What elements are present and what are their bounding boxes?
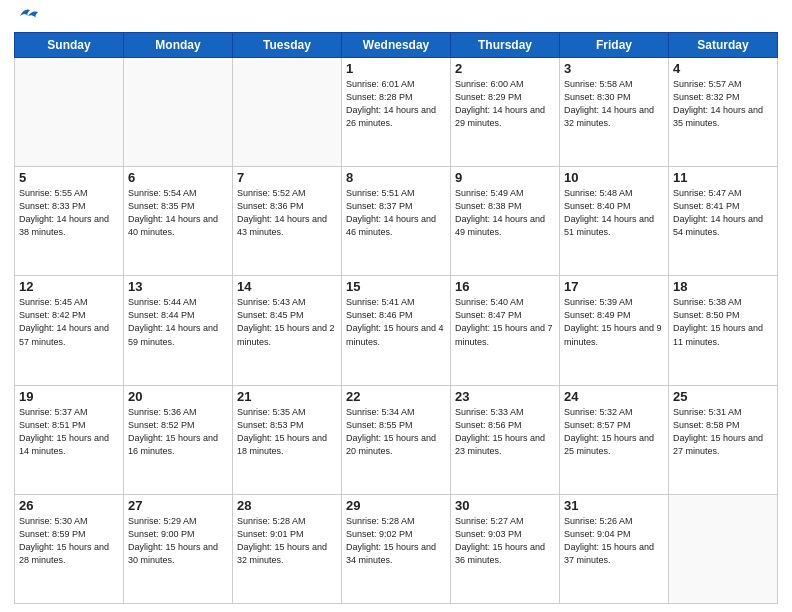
calendar-day-cell bbox=[669, 494, 778, 603]
calendar-week-row: 5Sunrise: 5:55 AM Sunset: 8:33 PM Daylig… bbox=[15, 167, 778, 276]
calendar-day-cell: 5Sunrise: 5:55 AM Sunset: 8:33 PM Daylig… bbox=[15, 167, 124, 276]
day-info: Sunrise: 5:40 AM Sunset: 8:47 PM Dayligh… bbox=[455, 296, 555, 348]
day-number: 29 bbox=[346, 498, 446, 513]
day-number: 4 bbox=[673, 61, 773, 76]
day-number: 19 bbox=[19, 389, 119, 404]
day-number: 12 bbox=[19, 279, 119, 294]
calendar-day-cell: 18Sunrise: 5:38 AM Sunset: 8:50 PM Dayli… bbox=[669, 276, 778, 385]
day-info: Sunrise: 5:28 AM Sunset: 9:02 PM Dayligh… bbox=[346, 515, 446, 567]
day-info: Sunrise: 5:57 AM Sunset: 8:32 PM Dayligh… bbox=[673, 78, 773, 130]
calendar-day-cell bbox=[233, 58, 342, 167]
day-number: 20 bbox=[128, 389, 228, 404]
day-info: Sunrise: 5:32 AM Sunset: 8:57 PM Dayligh… bbox=[564, 406, 664, 458]
day-info: Sunrise: 5:43 AM Sunset: 8:45 PM Dayligh… bbox=[237, 296, 337, 348]
calendar-week-row: 19Sunrise: 5:37 AM Sunset: 8:51 PM Dayli… bbox=[15, 385, 778, 494]
day-info: Sunrise: 5:41 AM Sunset: 8:46 PM Dayligh… bbox=[346, 296, 446, 348]
calendar-day-cell: 11Sunrise: 5:47 AM Sunset: 8:41 PM Dayli… bbox=[669, 167, 778, 276]
calendar-day-cell: 17Sunrise: 5:39 AM Sunset: 8:49 PM Dayli… bbox=[560, 276, 669, 385]
day-number: 13 bbox=[128, 279, 228, 294]
day-info: Sunrise: 5:38 AM Sunset: 8:50 PM Dayligh… bbox=[673, 296, 773, 348]
weekday-header: Sunday bbox=[15, 33, 124, 58]
day-number: 26 bbox=[19, 498, 119, 513]
day-info: Sunrise: 5:26 AM Sunset: 9:04 PM Dayligh… bbox=[564, 515, 664, 567]
logo-bird-icon bbox=[16, 6, 38, 24]
day-info: Sunrise: 5:39 AM Sunset: 8:49 PM Dayligh… bbox=[564, 296, 664, 348]
day-number: 8 bbox=[346, 170, 446, 185]
day-info: Sunrise: 5:37 AM Sunset: 8:51 PM Dayligh… bbox=[19, 406, 119, 458]
calendar-day-cell: 4Sunrise: 5:57 AM Sunset: 8:32 PM Daylig… bbox=[669, 58, 778, 167]
calendar-day-cell: 19Sunrise: 5:37 AM Sunset: 8:51 PM Dayli… bbox=[15, 385, 124, 494]
calendar-week-row: 26Sunrise: 5:30 AM Sunset: 8:59 PM Dayli… bbox=[15, 494, 778, 603]
day-number: 17 bbox=[564, 279, 664, 294]
weekday-header: Saturday bbox=[669, 33, 778, 58]
day-info: Sunrise: 6:00 AM Sunset: 8:29 PM Dayligh… bbox=[455, 78, 555, 130]
weekday-header: Tuesday bbox=[233, 33, 342, 58]
day-info: Sunrise: 5:34 AM Sunset: 8:55 PM Dayligh… bbox=[346, 406, 446, 458]
calendar-day-cell: 12Sunrise: 5:45 AM Sunset: 8:42 PM Dayli… bbox=[15, 276, 124, 385]
day-info: Sunrise: 5:28 AM Sunset: 9:01 PM Dayligh… bbox=[237, 515, 337, 567]
weekday-header: Friday bbox=[560, 33, 669, 58]
day-info: Sunrise: 5:48 AM Sunset: 8:40 PM Dayligh… bbox=[564, 187, 664, 239]
day-number: 2 bbox=[455, 61, 555, 76]
day-number: 11 bbox=[673, 170, 773, 185]
day-number: 23 bbox=[455, 389, 555, 404]
calendar-day-cell: 15Sunrise: 5:41 AM Sunset: 8:46 PM Dayli… bbox=[342, 276, 451, 385]
day-number: 7 bbox=[237, 170, 337, 185]
weekday-header: Wednesday bbox=[342, 33, 451, 58]
day-number: 25 bbox=[673, 389, 773, 404]
day-number: 15 bbox=[346, 279, 446, 294]
day-info: Sunrise: 5:52 AM Sunset: 8:36 PM Dayligh… bbox=[237, 187, 337, 239]
day-number: 31 bbox=[564, 498, 664, 513]
day-number: 5 bbox=[19, 170, 119, 185]
day-number: 30 bbox=[455, 498, 555, 513]
day-info: Sunrise: 5:30 AM Sunset: 8:59 PM Dayligh… bbox=[19, 515, 119, 567]
calendar-day-cell: 1Sunrise: 6:01 AM Sunset: 8:28 PM Daylig… bbox=[342, 58, 451, 167]
calendar-day-cell: 9Sunrise: 5:49 AM Sunset: 8:38 PM Daylig… bbox=[451, 167, 560, 276]
calendar-day-cell: 23Sunrise: 5:33 AM Sunset: 8:56 PM Dayli… bbox=[451, 385, 560, 494]
day-info: Sunrise: 5:45 AM Sunset: 8:42 PM Dayligh… bbox=[19, 296, 119, 348]
day-number: 24 bbox=[564, 389, 664, 404]
calendar-day-cell: 10Sunrise: 5:48 AM Sunset: 8:40 PM Dayli… bbox=[560, 167, 669, 276]
weekday-header: Thursday bbox=[451, 33, 560, 58]
weekday-header: Monday bbox=[124, 33, 233, 58]
calendar-day-cell: 20Sunrise: 5:36 AM Sunset: 8:52 PM Dayli… bbox=[124, 385, 233, 494]
calendar-day-cell: 3Sunrise: 5:58 AM Sunset: 8:30 PM Daylig… bbox=[560, 58, 669, 167]
calendar-day-cell: 27Sunrise: 5:29 AM Sunset: 9:00 PM Dayli… bbox=[124, 494, 233, 603]
day-number: 14 bbox=[237, 279, 337, 294]
day-info: Sunrise: 5:54 AM Sunset: 8:35 PM Dayligh… bbox=[128, 187, 228, 239]
day-info: Sunrise: 5:51 AM Sunset: 8:37 PM Dayligh… bbox=[346, 187, 446, 239]
day-number: 18 bbox=[673, 279, 773, 294]
calendar-day-cell: 7Sunrise: 5:52 AM Sunset: 8:36 PM Daylig… bbox=[233, 167, 342, 276]
calendar-day-cell: 14Sunrise: 5:43 AM Sunset: 8:45 PM Dayli… bbox=[233, 276, 342, 385]
calendar-day-cell bbox=[124, 58, 233, 167]
day-number: 28 bbox=[237, 498, 337, 513]
day-number: 27 bbox=[128, 498, 228, 513]
day-info: Sunrise: 5:27 AM Sunset: 9:03 PM Dayligh… bbox=[455, 515, 555, 567]
day-info: Sunrise: 5:55 AM Sunset: 8:33 PM Dayligh… bbox=[19, 187, 119, 239]
logo bbox=[14, 10, 38, 24]
calendar-day-cell: 21Sunrise: 5:35 AM Sunset: 8:53 PM Dayli… bbox=[233, 385, 342, 494]
calendar-day-cell: 31Sunrise: 5:26 AM Sunset: 9:04 PM Dayli… bbox=[560, 494, 669, 603]
calendar-day-cell: 13Sunrise: 5:44 AM Sunset: 8:44 PM Dayli… bbox=[124, 276, 233, 385]
day-number: 9 bbox=[455, 170, 555, 185]
day-info: Sunrise: 5:35 AM Sunset: 8:53 PM Dayligh… bbox=[237, 406, 337, 458]
weekday-header-row: SundayMondayTuesdayWednesdayThursdayFrid… bbox=[15, 33, 778, 58]
day-number: 6 bbox=[128, 170, 228, 185]
day-info: Sunrise: 5:49 AM Sunset: 8:38 PM Dayligh… bbox=[455, 187, 555, 239]
calendar-table: SundayMondayTuesdayWednesdayThursdayFrid… bbox=[14, 32, 778, 604]
day-number: 1 bbox=[346, 61, 446, 76]
calendar-week-row: 12Sunrise: 5:45 AM Sunset: 8:42 PM Dayli… bbox=[15, 276, 778, 385]
calendar-day-cell: 22Sunrise: 5:34 AM Sunset: 8:55 PM Dayli… bbox=[342, 385, 451, 494]
calendar-day-cell: 2Sunrise: 6:00 AM Sunset: 8:29 PM Daylig… bbox=[451, 58, 560, 167]
day-number: 22 bbox=[346, 389, 446, 404]
day-info: Sunrise: 6:01 AM Sunset: 8:28 PM Dayligh… bbox=[346, 78, 446, 130]
calendar-day-cell: 26Sunrise: 5:30 AM Sunset: 8:59 PM Dayli… bbox=[15, 494, 124, 603]
day-number: 10 bbox=[564, 170, 664, 185]
day-info: Sunrise: 5:36 AM Sunset: 8:52 PM Dayligh… bbox=[128, 406, 228, 458]
day-number: 16 bbox=[455, 279, 555, 294]
calendar-day-cell: 28Sunrise: 5:28 AM Sunset: 9:01 PM Dayli… bbox=[233, 494, 342, 603]
page: SundayMondayTuesdayWednesdayThursdayFrid… bbox=[0, 0, 792, 612]
day-info: Sunrise: 5:33 AM Sunset: 8:56 PM Dayligh… bbox=[455, 406, 555, 458]
day-number: 3 bbox=[564, 61, 664, 76]
calendar-day-cell: 29Sunrise: 5:28 AM Sunset: 9:02 PM Dayli… bbox=[342, 494, 451, 603]
